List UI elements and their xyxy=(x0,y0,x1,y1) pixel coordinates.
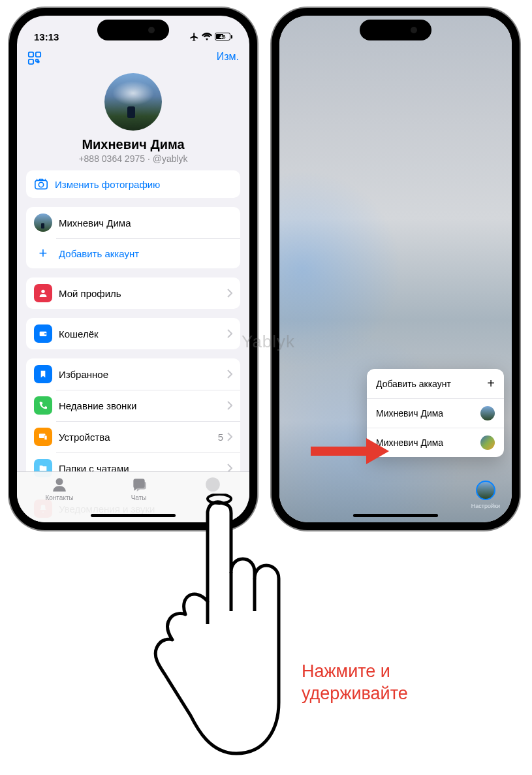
tab-settings-highlighted[interactable]: Настройки xyxy=(471,481,500,509)
tab-label: Контакты xyxy=(45,494,73,501)
change-photo-row[interactable]: Изменить фотографию xyxy=(26,170,240,198)
chevron-icon xyxy=(227,329,232,338)
svg-rect-2 xyxy=(29,59,33,64)
instruction-text: Нажмите и удерживайте xyxy=(302,661,408,705)
qr-icon[interactable] xyxy=(27,51,42,65)
plus-icon: + xyxy=(487,376,495,391)
row-label: Добавить аккаунт xyxy=(59,248,232,259)
red-arrow-annotation xyxy=(304,435,389,467)
svg-rect-4 xyxy=(36,59,39,62)
phone-icon xyxy=(34,396,52,415)
svg-rect-5 xyxy=(35,181,47,189)
devices-count: 5 xyxy=(218,432,223,443)
notch xyxy=(360,20,431,40)
watermark: Yablyk xyxy=(242,332,295,352)
phone-left: 13:13 48 Изм. Михневич Дима +888 0364 29… xyxy=(9,8,257,530)
svg-point-9 xyxy=(41,290,44,293)
profile-sub: +888 0364 2975 · @yablyk xyxy=(17,153,249,164)
context-account-1[interactable]: Михневич Дима xyxy=(367,398,504,428)
notch xyxy=(97,20,169,40)
wallet-icon xyxy=(34,324,52,343)
add-account-row[interactable]: + Добавить аккаунт xyxy=(26,238,240,268)
svg-point-14 xyxy=(56,478,63,485)
profile-name: Михневич Дима xyxy=(17,137,249,152)
status-time: 13:13 xyxy=(34,31,59,42)
svg-point-8 xyxy=(45,179,46,180)
row-label: Избранное xyxy=(59,369,227,380)
row-label: Устройства xyxy=(59,432,218,443)
svg-rect-0 xyxy=(29,52,33,57)
avatar[interactable] xyxy=(104,73,162,131)
svg-rect-11 xyxy=(44,333,46,334)
home-indicator xyxy=(353,514,438,517)
contacts-icon xyxy=(51,476,68,493)
chevron-icon xyxy=(227,401,232,410)
avatar-small xyxy=(476,481,495,500)
edit-button[interactable]: Изм. xyxy=(217,51,239,65)
context-add-account[interactable]: Добавить аккаунт + xyxy=(367,369,504,398)
favorites-row[interactable]: Избранное xyxy=(26,358,240,390)
svg-point-15 xyxy=(206,477,220,492)
cm-label: Добавить аккаунт xyxy=(376,379,451,389)
row-label: Изменить фотографию xyxy=(55,179,232,190)
tab-label: Чаты xyxy=(131,494,147,501)
recent-calls-row[interactable]: Недавние звонки xyxy=(26,390,240,421)
camera-icon xyxy=(34,177,48,191)
hand-pointer-annotation xyxy=(145,494,282,761)
battery-icon: 48 xyxy=(215,33,232,40)
settings-icon xyxy=(204,476,221,493)
my-profile-row[interactable]: Мой профиль xyxy=(26,277,240,309)
row-label: Михневич Дима xyxy=(59,217,232,229)
devices-row[interactable]: Устройства 5 xyxy=(26,421,240,452)
row-label: Кошелёк xyxy=(59,328,227,340)
avatar-small xyxy=(480,435,495,450)
cm-label: Михневич Дима xyxy=(376,408,443,419)
devices-icon xyxy=(34,428,52,446)
svg-point-6 xyxy=(39,182,43,187)
svg-marker-17 xyxy=(366,438,389,464)
svg-rect-13 xyxy=(44,435,47,440)
instruction-line-1: Нажмите и xyxy=(302,661,408,683)
bookmark-icon xyxy=(34,365,52,383)
profile-icon xyxy=(34,284,52,302)
chevron-icon xyxy=(227,432,232,441)
profile-section: Михневич Дима +888 0364 2975 · @yablyk xyxy=(17,71,249,170)
wallet-row[interactable]: Кошелёк xyxy=(26,318,240,349)
plus-icon: + xyxy=(34,245,52,262)
account-row[interactable]: Михневич Дима xyxy=(26,207,240,238)
row-label: Недавние звонки xyxy=(59,400,227,411)
avatar-small xyxy=(480,406,495,420)
avatar-small xyxy=(34,214,52,232)
instruction-line-2: удерживайте xyxy=(302,683,408,705)
svg-rect-1 xyxy=(36,52,40,57)
chevron-icon xyxy=(227,370,232,379)
tab-contacts[interactable]: Контакты xyxy=(45,476,73,522)
wifi-icon xyxy=(202,33,212,40)
svg-point-7 xyxy=(37,179,38,180)
chevron-icon xyxy=(227,289,232,298)
tab-label: Настройки xyxy=(471,503,500,509)
chats-icon xyxy=(131,476,148,493)
row-label: Мой профиль xyxy=(59,288,227,299)
airplane-icon xyxy=(189,32,199,42)
